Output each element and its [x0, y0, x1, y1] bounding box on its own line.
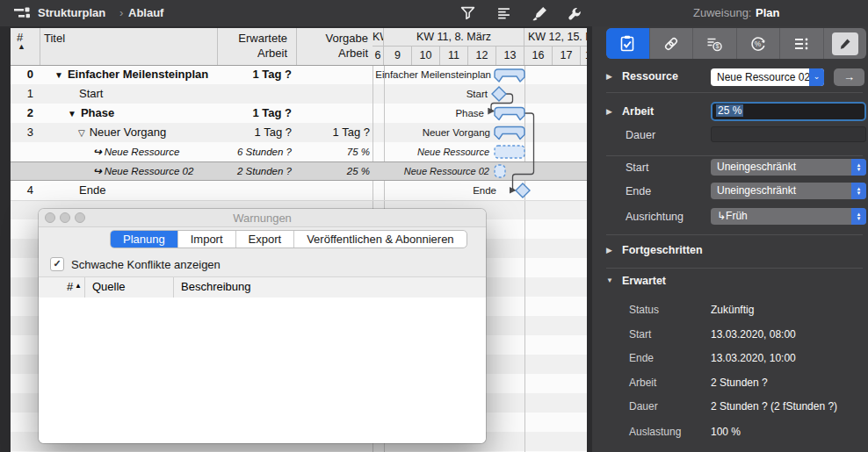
inspector-tab-bar: $ % [606, 28, 866, 59]
breadcrumb-strukturplan[interactable]: Strukturplan [38, 0, 105, 26]
disclosure-triangle-icon[interactable]: ▼ [606, 276, 613, 284]
go-to-resource-button[interactable]: → [834, 68, 864, 86]
resource-section-label: Ressource [622, 70, 678, 83]
tab-cost[interactable]: $ [692, 28, 736, 59]
expected-work-cell[interactable]: 6 Stunden ? [217, 142, 292, 161]
kv-label: Arbeit [629, 377, 656, 389]
expected-section-label[interactable]: Erwartet [622, 275, 666, 287]
sort-ascending-icon: ▲ [18, 42, 25, 51]
group-bar-phase[interactable] [495, 108, 524, 120]
dialog-title: Warnungen [39, 212, 486, 225]
sort-ascending-icon: ▲ [75, 282, 82, 290]
start-constraint-label: Start [626, 161, 648, 174]
resource-dropdown[interactable]: Neue Ressource 02 ⌄ [711, 68, 824, 86]
weak-conflicts-checkbox-row[interactable]: ✓ Schwache Konflikte anzeigen [50, 255, 221, 273]
disclosure-triangle-icon[interactable]: ▼ [54, 66, 63, 85]
row-number: 3 [11, 123, 33, 142]
disclosure-triangle-icon[interactable]: ▶ [606, 107, 612, 116]
tab-task-inspector[interactable] [606, 28, 649, 59]
gantt-chart[interactable] [373, 65, 587, 205]
task-title-cell[interactable]: Start [40, 84, 264, 104]
tab-connections[interactable] [649, 28, 693, 59]
assigned-work-cell[interactable] [296, 65, 370, 84]
style-pencil-icon [838, 37, 852, 51]
top-toolbar: Strukturplan › Ablauf Zuweisung: Plan [0, 0, 868, 26]
tab-import[interactable]: Import [177, 231, 235, 248]
kv-value: 2 Stunden ? (2 fStunden ?) [711, 400, 837, 413]
group-bar-einfacher-meilensteinplan[interactable] [495, 69, 524, 82]
assigned-work-cell[interactable]: 25 % [296, 161, 370, 181]
breadcrumb-chevron: › [113, 0, 129, 26]
checkbox-label: Schwache Konflikte anzeigen [64, 258, 221, 271]
milestone-start[interactable] [492, 87, 506, 101]
kv-label: Auslastung [629, 426, 681, 438]
kv-value: 100 % [711, 426, 741, 438]
breadcrumb-ablauf[interactable]: Ablauf [128, 0, 163, 26]
column-header-vorgabe-arbeit[interactable]: VorgabeArbeit [296, 31, 368, 61]
kv-value: 2 Stunden ? [711, 377, 768, 389]
column-header-num[interactable]: # [67, 280, 73, 293]
task-title-cell[interactable]: Ende [40, 181, 264, 200]
alignment-select[interactable]: ↳Früh ▲▼ [711, 208, 866, 225]
tab-custom-data[interactable] [779, 28, 823, 59]
svg-text:%: % [755, 39, 762, 48]
stepper-icon: ▲▼ [851, 208, 866, 225]
day-header: 9 [384, 47, 412, 65]
column-header-titel[interactable]: Titel [44, 32, 65, 45]
disclosure-triangle-outline-icon[interactable]: ▽ [78, 124, 85, 143]
assignment-arrow-icon: ↪ [93, 161, 102, 181]
row-number: 2 [11, 104, 33, 123]
tab-export[interactable]: Export [235, 231, 294, 248]
dialog-titlebar[interactable]: Warnungen [39, 209, 486, 227]
disclosure-triangle-icon[interactable]: ▼ [68, 104, 76, 124]
expected-work-cell[interactable]: 2 Stunden ? [217, 161, 292, 181]
tab-utilization[interactable]: % [736, 28, 780, 59]
expected-work-cell[interactable]: 1 Tag ? [217, 104, 292, 123]
kv-value: 13.03.2020, 08:00 [711, 328, 796, 341]
kv-label: Ende [629, 352, 654, 364]
advanced-section-label[interactable]: Fortgeschritten [622, 244, 703, 256]
work-input[interactable]: 25 % [711, 102, 866, 121]
assignment-bar-neue-ressource-02[interactable] [495, 165, 505, 177]
table-header: # ▲ Titel ErwarteteArbeit VorgabeArbeit [11, 28, 373, 66]
assigned-work-cell[interactable]: 75 % [296, 142, 370, 161]
work-label: Arbeit [622, 105, 654, 118]
utilization-icon: % [749, 35, 767, 53]
filter-icon[interactable] [460, 6, 475, 21]
milestone-ende[interactable] [516, 183, 530, 197]
assignment-bar-neue-ressource[interactable] [495, 146, 524, 158]
tab-veroeffentlichen[interactable]: Veröffentlichen & Abonnieren [293, 231, 466, 248]
duration-input[interactable] [711, 126, 866, 142]
tools-wrench-icon[interactable] [567, 6, 582, 21]
kv-label: Status [629, 304, 659, 316]
expected-work-cell[interactable]: 1 Tag ? [217, 123, 292, 142]
expected-work-cell[interactable]: 1 Tag ? [217, 65, 292, 84]
link-icon [662, 35, 680, 53]
start-constraint-select[interactable]: Uneingeschränkt ▲▼ [711, 159, 866, 176]
checkbox-checked-icon[interactable]: ✓ [50, 257, 64, 271]
column-header-quelle[interactable]: Quelle [92, 280, 126, 293]
assigned-work-cell[interactable]: 1 Tag ? [296, 123, 370, 142]
view-options-icon[interactable] [496, 6, 511, 21]
style-tile [832, 32, 858, 55]
end-constraint-select[interactable]: Uneingeschränkt ▲▼ [711, 183, 866, 199]
kv-value: Zukünftig [711, 304, 754, 316]
stepper-icon: ▲▼ [851, 183, 866, 199]
group-bar-neuer-vorgang[interactable] [495, 127, 524, 140]
tab-planung[interactable]: Planung [111, 231, 177, 248]
warnings-table-body[interactable] [39, 298, 486, 443]
style-brush-icon[interactable] [532, 6, 547, 21]
week-header: KW [373, 28, 384, 47]
column-header-erwartete-arbeit[interactable]: ErwarteteArbeit [217, 31, 287, 61]
dialog-tab-control: Planung Import Export Veröffentlichen & … [110, 230, 467, 248]
task-title-cell[interactable]: ▼Einfacher Meilensteinplan [40, 65, 239, 84]
tab-style[interactable] [823, 28, 867, 59]
disclosure-triangle-icon[interactable]: ▶ [606, 246, 612, 255]
day-header: 11 [440, 47, 468, 65]
column-header-beschreibung[interactable]: Beschreibung [181, 280, 251, 293]
cost-icon: $ [705, 35, 723, 53]
kv-label: Start [629, 328, 651, 341]
alignment-label: Ausrichtung [626, 211, 684, 223]
day-header: 10 [412, 47, 440, 65]
disclosure-triangle-icon[interactable]: ▶ [606, 72, 612, 81]
